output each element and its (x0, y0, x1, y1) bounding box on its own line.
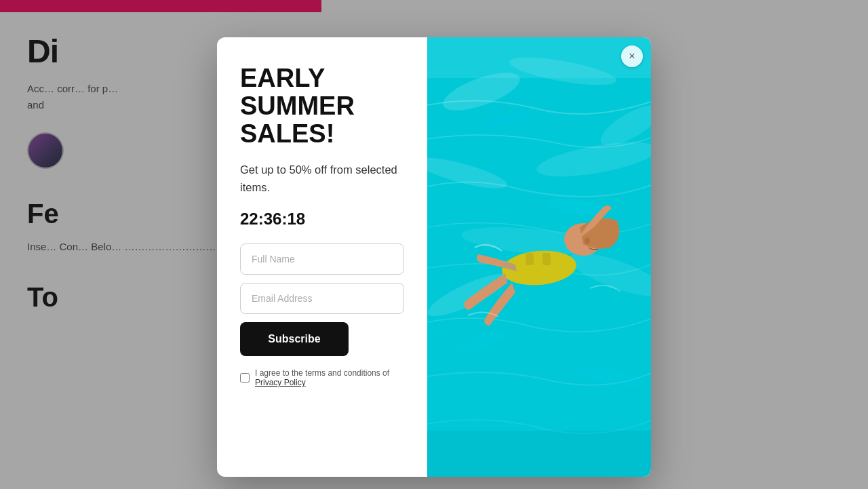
subscribe-button[interactable]: Subscribe (240, 322, 349, 356)
name-input[interactable] (240, 243, 404, 275)
close-icon: × (629, 50, 635, 62)
privacy-policy-link[interactable]: Privacy Policy (255, 378, 306, 387)
terms-checkbox[interactable] (240, 373, 250, 383)
modal-left-panel: EARLY SUMMER SALES! Get up to 50% off fr… (217, 37, 427, 477)
svg-rect-20 (427, 431, 651, 477)
modal-headline: EARLY SUMMER SALES! (240, 64, 404, 148)
modal-timer: 22:36:18 (240, 210, 404, 229)
modal-image-panel (427, 37, 651, 477)
pool-image (427, 37, 651, 477)
modal-subtext: Get up to 50% off from selected items. (240, 161, 404, 196)
terms-text: I agree to the terms and conditions of P… (255, 368, 404, 387)
email-input[interactable] (240, 283, 404, 314)
popup-modal: × EARLY SUMMER SALES! Get up to 50% off … (217, 37, 651, 477)
close-button[interactable]: × (621, 45, 643, 67)
svg-point-17 (585, 237, 590, 244)
terms-row: I agree to the terms and conditions of P… (240, 368, 404, 387)
svg-rect-19 (427, 37, 651, 78)
